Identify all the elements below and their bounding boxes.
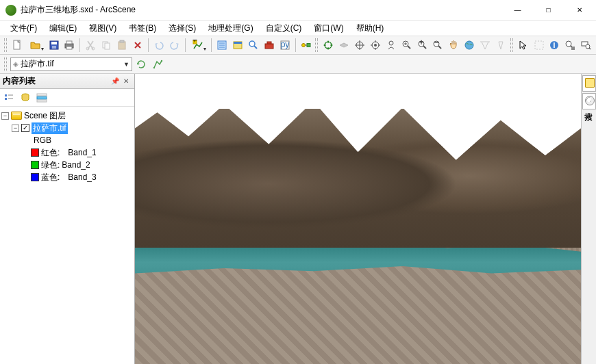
menu-geoprocessing[interactable]: 地理处理(G) bbox=[202, 21, 259, 36]
paste-button[interactable] bbox=[114, 38, 129, 53]
new-document-button[interactable] bbox=[10, 38, 25, 53]
find-button[interactable] bbox=[562, 38, 578, 53]
band-name: Band_1 bbox=[68, 148, 96, 157]
separator bbox=[211, 38, 212, 52]
minimize-button[interactable]: — bbox=[502, 1, 533, 20]
toolbox-button[interactable] bbox=[262, 38, 277, 53]
copy-button[interactable] bbox=[99, 38, 114, 53]
svg-text:i: i bbox=[554, 40, 556, 50]
menu-file[interactable]: 文件(F) bbox=[4, 21, 43, 36]
zoom-in-out-button[interactable] bbox=[399, 38, 414, 53]
find-features-button[interactable] bbox=[578, 38, 593, 53]
svg-rect-2 bbox=[51, 42, 57, 44]
terrain-render bbox=[135, 74, 581, 364]
layer-name-label[interactable]: 拉萨市.tif bbox=[32, 122, 68, 134]
menu-select[interactable]: 选择(S) bbox=[162, 21, 202, 36]
menu-window[interactable]: 窗口(W) bbox=[308, 21, 349, 36]
toc-list-by-drawing-button[interactable] bbox=[3, 92, 15, 104]
zoom-in-button[interactable]: + bbox=[415, 38, 430, 53]
toc-header: 内容列表 📌 ✕ bbox=[0, 74, 134, 89]
layer-visibility-checkbox[interactable]: ✓ bbox=[21, 124, 29, 132]
toc-tools bbox=[0, 89, 134, 107]
toc-pin-button[interactable]: 📌 bbox=[110, 76, 121, 87]
zoom-out-button[interactable]: − bbox=[430, 38, 445, 53]
menu-view[interactable]: 视图(V) bbox=[83, 21, 123, 36]
save-button[interactable] bbox=[47, 38, 62, 53]
expand-fov-button[interactable] bbox=[477, 38, 493, 53]
menu-customize[interactable]: 自定义(C) bbox=[260, 21, 308, 36]
svg-point-36 bbox=[389, 41, 393, 45]
select-features-button[interactable] bbox=[516, 38, 531, 53]
svg-rect-64 bbox=[37, 96, 47, 99]
toolbar-grip[interactable] bbox=[4, 57, 7, 71]
zoom-to-target-button[interactable] bbox=[368, 38, 383, 53]
menu-edit[interactable]: 编辑(E) bbox=[43, 21, 83, 36]
refresh-layers-button[interactable] bbox=[134, 57, 149, 72]
close-button[interactable]: ✕ bbox=[564, 1, 595, 20]
toc-panel: 内容列表 📌 ✕ − Scene 图层 − ✓ 拉萨市.tif RGB bbox=[0, 74, 135, 364]
band-name: Band_2 bbox=[62, 160, 90, 170]
fly-button[interactable] bbox=[336, 38, 351, 53]
workspace: 内容列表 📌 ✕ − Scene 图层 − ✓ 拉萨市.tif RGB bbox=[0, 74, 596, 364]
delete-button[interactable] bbox=[130, 38, 145, 53]
center-on-target-button[interactable] bbox=[352, 38, 367, 53]
svg-rect-24 bbox=[267, 42, 271, 44]
svg-rect-28 bbox=[307, 44, 310, 47]
svg-text:+: + bbox=[193, 40, 197, 45]
identify-button[interactable]: i bbox=[547, 38, 562, 53]
toc-button[interactable] bbox=[214, 38, 229, 53]
separator bbox=[185, 38, 186, 52]
svg-text:−: − bbox=[434, 40, 439, 47]
undo-button[interactable] bbox=[151, 38, 166, 53]
maximize-button[interactable]: □ bbox=[533, 1, 564, 20]
narrow-fov-button[interactable] bbox=[493, 38, 508, 53]
svg-line-56 bbox=[589, 48, 591, 49]
band-row: 蓝色: Band_3 bbox=[1, 171, 133, 183]
svg-rect-65 bbox=[37, 94, 47, 96]
toc-list-by-selection-button[interactable] bbox=[36, 92, 48, 104]
toolbar-grip[interactable] bbox=[510, 38, 513, 52]
open-button[interactable] bbox=[25, 38, 46, 53]
scene-viewport[interactable] bbox=[135, 74, 581, 364]
svg-point-57 bbox=[153, 66, 155, 68]
add-data-button[interactable]: + bbox=[188, 38, 209, 53]
blue-swatch-icon bbox=[31, 173, 39, 181]
svg-line-45 bbox=[438, 46, 441, 49]
catalog-window-button[interactable] bbox=[230, 38, 245, 53]
scene-layers-node[interactable]: − Scene 图层 bbox=[1, 109, 133, 122]
catalog-tab[interactable]: 目录 bbox=[582, 75, 596, 92]
clear-selection-button[interactable] bbox=[532, 38, 547, 53]
pan-button[interactable] bbox=[446, 38, 461, 53]
toolbar-grip[interactable] bbox=[4, 38, 7, 52]
scene-layers-label: Scene 图层 bbox=[24, 110, 66, 122]
python-window-button[interactable]: py bbox=[277, 38, 293, 53]
set-observer-button[interactable] bbox=[384, 38, 399, 53]
band-row: 红色: Band_1 bbox=[1, 146, 133, 159]
cut-button[interactable] bbox=[83, 38, 98, 53]
open-attribute-table-button[interactable] bbox=[150, 57, 165, 72]
menu-help[interactable]: 帮助(H) bbox=[350, 21, 390, 36]
collapse-icon[interactable]: − bbox=[1, 112, 9, 120]
model-builder-button[interactable] bbox=[299, 38, 314, 53]
full-extent-button[interactable] bbox=[462, 38, 477, 53]
toc-list-by-source-button[interactable] bbox=[19, 92, 32, 104]
svg-rect-60 bbox=[5, 98, 7, 100]
toc-close-button[interactable]: ✕ bbox=[121, 76, 132, 87]
layer-node[interactable]: − ✓ 拉萨市.tif bbox=[1, 122, 133, 134]
search-tab[interactable]: 搜索 bbox=[582, 93, 596, 109]
band-row: 绿色: Band_2 bbox=[1, 159, 133, 171]
navigate-button[interactable] bbox=[321, 38, 336, 53]
svg-rect-59 bbox=[5, 94, 7, 96]
svg-rect-5 bbox=[66, 41, 72, 44]
redo-button[interactable] bbox=[167, 38, 182, 53]
toolbar-grip[interactable] bbox=[315, 38, 318, 52]
collapse-icon[interactable]: − bbox=[12, 125, 19, 132]
search-window-button[interactable] bbox=[246, 38, 261, 53]
band-name: Band_3 bbox=[68, 172, 96, 182]
svg-point-47 bbox=[465, 41, 473, 49]
print-button[interactable] bbox=[62, 38, 77, 53]
svg-line-22 bbox=[254, 46, 257, 49]
layer-selector[interactable]: ◈ 拉萨市.tif ▼ bbox=[10, 57, 132, 71]
menu-bookmark[interactable]: 书签(B) bbox=[123, 21, 162, 36]
main-toolbar: + py + − i bbox=[0, 36, 596, 55]
